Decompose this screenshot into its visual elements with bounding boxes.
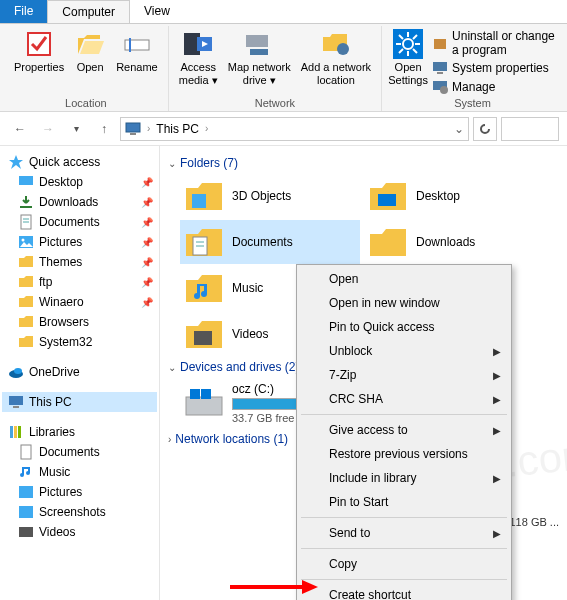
download-icon xyxy=(18,194,34,210)
label: Add a network location xyxy=(301,61,371,86)
breadcrumb-this-pc[interactable]: This PC xyxy=(156,122,199,136)
ctx-create-shortcut[interactable]: Create shortcut xyxy=(299,583,509,600)
label: Browsers xyxy=(39,315,89,329)
drive-icon xyxy=(184,385,224,421)
sidebar-lib-screenshots[interactable]: Screenshots xyxy=(2,502,157,522)
sidebar-item-downloads[interactable]: Downloads📌 xyxy=(2,192,157,212)
folder-3d-objects[interactable]: 3D Objects xyxy=(180,174,360,218)
recent-dropdown-icon[interactable]: ▾ xyxy=(64,117,88,141)
label: Downloads xyxy=(416,235,475,249)
submenu-arrow-icon: ▶ xyxy=(493,346,501,357)
submenu-arrow-icon: ▶ xyxy=(493,473,501,484)
sidebar-this-pc[interactable]: This PC xyxy=(2,392,157,412)
pin-icon: 📌 xyxy=(141,277,153,288)
folder-icon xyxy=(184,178,224,214)
libraries-icon xyxy=(8,424,24,440)
drive-network-icon xyxy=(243,28,275,60)
sidebar-item-themes[interactable]: Themes📌 xyxy=(2,252,157,272)
sidebar-onedrive[interactable]: OneDrive xyxy=(2,362,157,382)
ribbon: Properties Open Rename Location xyxy=(0,24,567,112)
ctx-unblock[interactable]: Unblock▶ xyxy=(299,339,509,363)
folder-downloads[interactable]: Downloads xyxy=(364,220,544,264)
tab-file[interactable]: File xyxy=(0,0,47,23)
folder-icon xyxy=(368,178,408,214)
ctx-include-in-library[interactable]: Include in library▶ xyxy=(299,466,509,490)
tab-view[interactable]: View xyxy=(130,0,184,23)
group-label: System xyxy=(388,97,557,111)
search-input[interactable] xyxy=(501,117,559,141)
sidebar-item-system32[interactable]: System32 xyxy=(2,332,157,352)
ctx-open-new-window[interactable]: Open in new window xyxy=(299,291,509,315)
ctx-crc-sha[interactable]: CRC SHA▶ xyxy=(299,387,509,411)
label: Videos xyxy=(232,327,268,341)
svg-rect-6 xyxy=(246,35,268,47)
sidebar-lib-music[interactable]: Music xyxy=(2,462,157,482)
ctx-copy[interactable]: Copy xyxy=(299,552,509,576)
folder-icon xyxy=(184,224,224,260)
ctx-give-access-to[interactable]: Give access to▶ xyxy=(299,418,509,442)
group-label: Location xyxy=(10,97,162,111)
sidebar-lib-videos[interactable]: Videos xyxy=(2,522,157,542)
label: Documents xyxy=(232,235,293,249)
sidebar-lib-pictures[interactable]: Pictures xyxy=(2,482,157,502)
sidebar-item-winaero[interactable]: Winaero📌 xyxy=(2,292,157,312)
properties-button[interactable]: Properties xyxy=(10,26,68,76)
access-media-button[interactable]: Access media ▾ xyxy=(175,26,222,88)
svg-rect-1 xyxy=(125,40,149,50)
navigation-pane: Quick access Desktop📌 Downloads📌 Documen… xyxy=(0,146,160,600)
folder-icon xyxy=(368,224,408,260)
folder-documents[interactable]: Documents xyxy=(180,220,360,264)
sidebar-quick-access[interactable]: Quick access xyxy=(2,152,157,172)
svg-rect-43 xyxy=(19,506,33,518)
back-button[interactable]: ← xyxy=(8,117,32,141)
ctx-restore-previous[interactable]: Restore previous versions xyxy=(299,442,509,466)
folder-icon xyxy=(184,270,224,306)
ctx-open[interactable]: Open xyxy=(299,267,509,291)
system-properties-button[interactable]: System properties xyxy=(430,59,557,77)
label: Devices and drives (2) xyxy=(180,360,299,374)
label: 3D Objects xyxy=(232,189,291,203)
map-drive-button[interactable]: Map network drive ▾ xyxy=(224,26,295,88)
add-network-location-button[interactable]: Add a network location xyxy=(297,26,375,88)
folder-icon xyxy=(18,334,34,350)
sidebar-item-documents[interactable]: Documents📌 xyxy=(2,212,157,232)
uninstall-button[interactable]: Uninstall or change a program xyxy=(430,28,557,58)
svg-rect-25 xyxy=(130,133,136,135)
sidebar-item-browsers[interactable]: Browsers xyxy=(2,312,157,332)
pin-icon: 📌 xyxy=(141,257,153,268)
ctx-pin-quick-access[interactable]: Pin to Quick access xyxy=(299,315,509,339)
separator xyxy=(301,548,507,549)
svg-marker-26 xyxy=(9,155,23,169)
tab-computer[interactable]: Computer xyxy=(47,0,130,23)
ctx-send-to[interactable]: Send to▶ xyxy=(299,521,509,545)
label: Open xyxy=(77,61,104,74)
ctx-7zip[interactable]: 7-Zip▶ xyxy=(299,363,509,387)
section-folders[interactable]: ⌄ Folders (7) xyxy=(168,152,559,174)
box-icon xyxy=(432,35,448,51)
address-bar[interactable]: › This PC › ⌄ xyxy=(120,117,469,141)
open-settings-button[interactable]: Open Settings xyxy=(388,26,428,88)
refresh-button[interactable] xyxy=(473,117,497,141)
folder-network-icon xyxy=(320,28,352,60)
chevron-down-icon: ⌄ xyxy=(168,158,176,169)
ctx-pin-to-start[interactable]: Pin to Start xyxy=(299,490,509,514)
sidebar-item-pictures[interactable]: Pictures📌 xyxy=(2,232,157,252)
sidebar-item-desktop[interactable]: Desktop📌 xyxy=(2,172,157,192)
dropdown-icon[interactable]: ⌄ xyxy=(454,122,464,136)
sidebar-lib-documents[interactable]: Documents xyxy=(2,442,157,462)
open-button[interactable]: Open xyxy=(70,26,110,76)
chevron-right-icon: › xyxy=(147,123,150,134)
label: System32 xyxy=(39,335,92,349)
sidebar-item-ftp[interactable]: ftp📌 xyxy=(2,272,157,292)
sidebar-libraries[interactable]: Libraries xyxy=(2,422,157,442)
folder-icon xyxy=(18,274,34,290)
folder-desktop[interactable]: Desktop xyxy=(364,174,544,218)
manage-button[interactable]: Manage xyxy=(430,78,557,96)
forward-button[interactable]: → xyxy=(36,117,60,141)
up-button[interactable]: ↑ xyxy=(92,117,116,141)
monitor-icon xyxy=(432,60,448,76)
chevron-right-icon: › xyxy=(168,434,171,445)
label: Rename xyxy=(116,61,158,74)
rename-button[interactable]: Rename xyxy=(112,26,162,76)
menu-tabs: File Computer View xyxy=(0,0,567,24)
